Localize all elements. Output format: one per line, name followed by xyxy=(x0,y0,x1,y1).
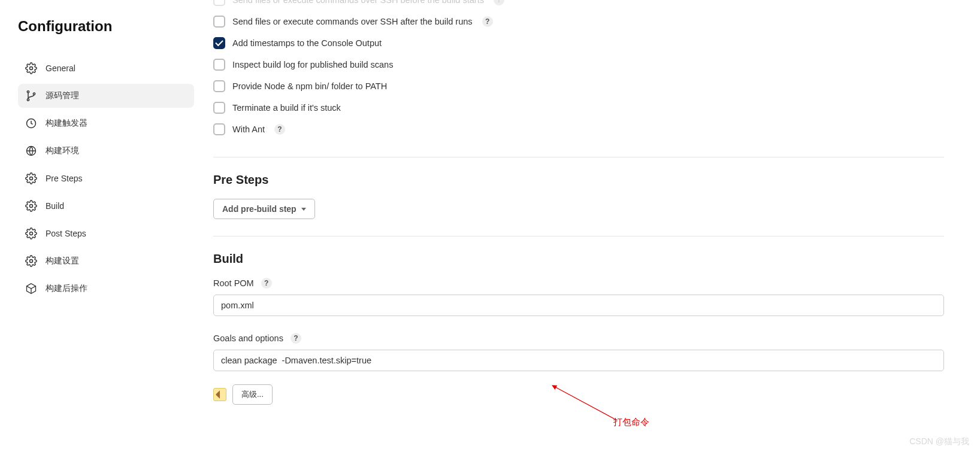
gear-icon xyxy=(25,255,37,267)
sidebar-item-triggers[interactable]: 构建触发器 xyxy=(18,111,194,135)
sidebar-item-label: Post Steps xyxy=(46,229,86,238)
sidebar-item-label: General xyxy=(46,63,75,73)
check-label: Send files or execute commands over SSH … xyxy=(232,17,473,26)
svg-point-3 xyxy=(33,93,35,95)
sidebar-item-label: Build xyxy=(46,201,64,211)
check-label: Inspect build log for published build sc… xyxy=(232,60,393,69)
check-row-terminate-stuck: Terminate a build if it's stuck xyxy=(213,97,944,119)
field-row: Root POM ? xyxy=(213,278,944,289)
clock-icon xyxy=(25,117,37,129)
sidebar-item-buildsettings[interactable]: 构建设置 xyxy=(18,249,194,273)
main-content: Send files or execute commands over SSH … xyxy=(204,0,980,405)
svg-point-0 xyxy=(30,67,33,70)
svg-point-7 xyxy=(30,205,33,208)
check-row-ssh-after: Send files or execute commands over SSH … xyxy=(213,11,944,32)
branch-icon xyxy=(25,90,37,102)
svg-point-2 xyxy=(27,99,29,101)
advanced-row: 高级... xyxy=(213,384,944,405)
gear-icon xyxy=(25,172,37,184)
sidebar-item-environment[interactable]: 构建环境 xyxy=(18,139,194,163)
sidebar-item-build[interactable]: Build xyxy=(18,194,194,218)
gear-icon xyxy=(25,200,37,212)
help-icon[interactable]: ? xyxy=(261,278,272,289)
sidebar-item-label: 构建环境 xyxy=(46,145,79,156)
sidebar: Configuration General 源码管理 构建触发器 构建环境 xyxy=(0,0,204,405)
checkbox[interactable] xyxy=(213,37,225,49)
svg-point-1 xyxy=(27,91,29,93)
checkbox[interactable] xyxy=(213,59,225,71)
sidebar-item-label: 构建触发器 xyxy=(46,118,87,129)
help-icon[interactable]: ? xyxy=(274,124,285,135)
section-title-presteps: Pre Steps xyxy=(213,173,944,187)
help-icon[interactable]: ? xyxy=(291,333,301,344)
divider xyxy=(213,157,944,157)
sidebar-item-postbuild[interactable]: 构建后操作 xyxy=(18,277,194,301)
check-row-inspect-log: Inspect build log for published build sc… xyxy=(213,54,944,75)
help-icon[interactable]: ? xyxy=(494,0,504,5)
sidebar-item-general[interactable]: General xyxy=(18,56,194,80)
divider xyxy=(213,236,944,236)
gear-icon xyxy=(25,62,37,74)
annotation-text: 打包命令 xyxy=(613,417,649,428)
svg-point-8 xyxy=(30,232,33,235)
cube-icon xyxy=(25,283,37,295)
svg-point-6 xyxy=(30,177,33,180)
chevron-down-icon xyxy=(301,208,306,211)
sidebar-item-scm[interactable]: 源码管理 xyxy=(18,84,194,108)
goals-label: Goals and options xyxy=(213,333,283,343)
field-row: Goals and options ? xyxy=(213,333,944,344)
checkbox[interactable] xyxy=(213,102,225,114)
check-label: Terminate a build if it's stuck xyxy=(232,103,341,113)
check-label: Provide Node & npm bin/ folder to PATH xyxy=(232,81,387,91)
page-title: Configuration xyxy=(18,18,194,35)
gear-icon xyxy=(25,228,37,239)
globe-icon xyxy=(25,145,37,157)
help-icon[interactable]: ? xyxy=(482,16,493,27)
svg-point-9 xyxy=(30,260,33,263)
check-label: Send files or execute commands over SSH … xyxy=(232,0,484,5)
sidebar-item-presteps[interactable]: Pre Steps xyxy=(18,166,194,190)
check-label: With Ant xyxy=(232,125,265,134)
section-title-build: Build xyxy=(213,252,944,266)
check-row-timestamps: Add timestamps to the Console Output xyxy=(213,32,944,54)
check-row-node-path: Provide Node & npm bin/ folder to PATH xyxy=(213,75,944,97)
check-row-with-ant: With Ant ? xyxy=(213,119,944,140)
sidebar-item-label: Pre Steps xyxy=(46,174,82,183)
add-prebuild-step-button[interactable]: Add pre-build step xyxy=(213,199,315,219)
sidebar-item-poststeps[interactable]: Post Steps xyxy=(18,222,194,245)
checkbox[interactable] xyxy=(213,123,225,135)
watermark: CSDN @猫与我 xyxy=(909,436,969,447)
sidebar-item-label: 构建后操作 xyxy=(46,283,87,294)
root-pom-input[interactable] xyxy=(213,295,944,316)
checkbox[interactable] xyxy=(213,80,225,92)
button-label: Add pre-build step xyxy=(222,204,297,214)
note-icon xyxy=(213,388,226,401)
check-row-ssh-before: Send files or execute commands over SSH … xyxy=(213,0,944,11)
advanced-button[interactable]: 高级... xyxy=(232,384,273,405)
sidebar-item-label: 构建设置 xyxy=(46,256,79,266)
check-label: Add timestamps to the Console Output xyxy=(232,38,382,48)
root-pom-label: Root POM xyxy=(213,278,254,288)
sidebar-item-label: 源码管理 xyxy=(46,90,79,101)
checkbox[interactable] xyxy=(213,0,225,6)
goals-input[interactable] xyxy=(213,350,944,371)
checkbox[interactable] xyxy=(213,16,225,28)
